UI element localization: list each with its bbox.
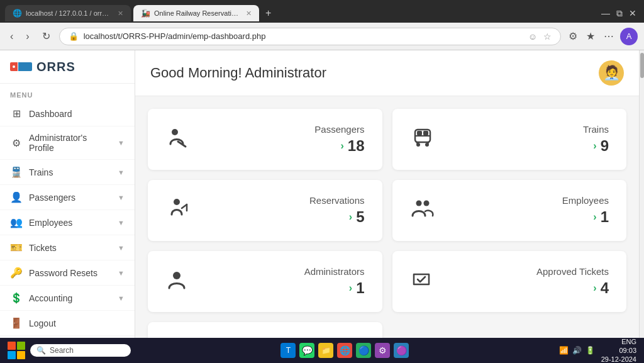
- sidebar-item-tickets[interactable]: 🎫 Tickets ▼: [0, 235, 135, 260]
- card-passengers[interactable]: Passengers › 18: [148, 109, 382, 170]
- tab2-close-icon[interactable]: ✕: [246, 9, 252, 18]
- sidebar-item-logout[interactable]: 🚪 Logout: [0, 311, 135, 336]
- logo-icon: [10, 59, 33, 74]
- taskbar-app-1[interactable]: T: [280, 343, 296, 358]
- more-button[interactable]: ⋯: [601, 28, 616, 45]
- administrators-card-icon: [165, 268, 188, 296]
- svg-point-13: [416, 200, 421, 206]
- taskbar-app-7[interactable]: 🟣: [394, 343, 409, 358]
- employees-svg-icon: [410, 196, 435, 221]
- employees-card-info: Employees › 1: [562, 195, 609, 226]
- sidebar-item-trains[interactable]: 🚆 Trains ▼: [0, 160, 135, 185]
- taskbar-sys-icons: 📶 🔊 🔋: [559, 346, 595, 355]
- browser-tab-2[interactable]: 🚂 Online Railway Reservation Syste... ✕: [133, 5, 259, 21]
- taskbar-app-6[interactable]: ⚙: [375, 343, 390, 358]
- card-trains[interactable]: Trains › 9: [392, 109, 627, 170]
- administrators-card-value: 1: [356, 279, 364, 297]
- sidebar-item-employees[interactable]: 👥 Employees ▼: [0, 210, 135, 235]
- admin-profile-icon: ⚙: [10, 137, 23, 149]
- password-resets-arrow-icon: ▼: [118, 269, 125, 277]
- logout-icon: 🚪: [10, 317, 23, 329]
- back-button[interactable]: ‹: [6, 28, 17, 45]
- employees-card-value: 1: [601, 208, 609, 226]
- address-bar[interactable]: 🔒 localhost/t/ORRS-PHP/admin/emp-dashboa…: [59, 28, 561, 45]
- taskbar-app-4[interactable]: 🌐: [337, 343, 352, 358]
- approved-tickets-card-icon: [410, 268, 433, 296]
- administrators-card-value-row: › 1: [304, 279, 365, 297]
- trains-icon: 🚆: [10, 166, 23, 178]
- forward-button[interactable]: ›: [22, 28, 33, 45]
- sidebar-item-dashboard[interactable]: ⊞ Dashboard: [0, 101, 135, 126]
- passengers-card-value: 18: [348, 137, 365, 155]
- nav-icons: ⚙ ★ ⋯ A: [566, 28, 638, 45]
- taskbar-app-2[interactable]: 💬: [299, 343, 314, 358]
- browser-chrome: 🌐 localhost / 127.0.0.1 / orrsphp / d ✕ …: [0, 0, 644, 50]
- admin-avatar: 🧑‍💼: [599, 60, 624, 86]
- start-sq-4: [17, 351, 25, 359]
- sidebar-item-accounting[interactable]: 💲 Accounting ▼: [0, 286, 135, 311]
- smiley-icon: ☺: [528, 31, 537, 42]
- sidebar-item-passengers-label: Passengers: [29, 193, 75, 203]
- restore-button[interactable]: ⧉: [616, 8, 623, 19]
- trains-card-icon: [410, 125, 435, 155]
- tab1-close-icon[interactable]: ✕: [118, 9, 123, 18]
- extensions-button[interactable]: ⚙: [566, 28, 580, 45]
- close-button[interactable]: ✕: [629, 8, 636, 18]
- card-reservations[interactable]: Reservations › 5: [148, 180, 382, 241]
- sidebar-item-password-resets[interactable]: 🔑 Password Resets ▼: [0, 260, 135, 286]
- start-sq-2: [17, 342, 25, 350]
- employees-chevron-icon: ›: [593, 211, 596, 223]
- reservations-card-value-row: › 5: [309, 208, 365, 226]
- cards-grid: Passengers › 18: [135, 96, 639, 338]
- taskbar-apps: T 💬 📁 🌐 🔵 ⚙ 🟣: [280, 343, 409, 358]
- ticket-svg-icon: [410, 268, 433, 291]
- sidebar-item-dashboard-label: Dashboard: [29, 109, 72, 119]
- reservations-card-icon: [165, 196, 191, 226]
- logo-text: ORRS: [36, 60, 75, 74]
- sidebar-item-password-resets-label: Password Resets: [29, 268, 97, 278]
- favorites-button[interactable]: ★: [584, 28, 597, 45]
- tickets-icon: 🎫: [10, 242, 23, 254]
- passengers-icon: 👤: [10, 191, 23, 203]
- new-tab-button[interactable]: +: [262, 6, 275, 20]
- volume-icon: 🔊: [572, 346, 582, 355]
- sidebar-item-trains-label: Trains: [29, 167, 53, 177]
- sidebar-item-accounting-label: Accounting: [29, 293, 72, 303]
- browser-tab-1[interactable]: 🌐 localhost / 127.0.0.1 / orrsphp / d ✕: [5, 5, 131, 21]
- taskbar-app-3[interactable]: 📁: [318, 343, 333, 358]
- start-button[interactable]: [8, 342, 25, 359]
- profile-button[interactable]: A: [620, 28, 638, 45]
- taskbar-search-box[interactable]: 🔍 Search: [30, 344, 131, 357]
- minimize-button[interactable]: —: [601, 8, 610, 18]
- refresh-button[interactable]: ↻: [38, 28, 54, 45]
- svg-rect-5: [423, 131, 428, 135]
- taskbar-search-text: Search: [50, 346, 74, 355]
- trains-card-info: Trains › 9: [583, 124, 609, 155]
- taskbar-app-5[interactable]: 🔵: [356, 343, 371, 358]
- sidebar-item-admin-profile-label: Administrator's Profile: [29, 133, 111, 153]
- approved-tickets-card-value: 4: [601, 279, 609, 297]
- tab2-favicon: 🚂: [141, 9, 150, 18]
- scrollbar[interactable]: [639, 50, 644, 338]
- taskbar-time-display: ENG 09:03 29-12-2024: [601, 337, 636, 363]
- passengers-card-value-row: › 18: [314, 137, 364, 155]
- bookmark-icon[interactable]: ☆: [543, 31, 552, 42]
- trains-card-value-row: › 9: [583, 137, 609, 155]
- sidebar-item-admin-profile[interactable]: ⚙ Administrator's Profile ▼: [0, 126, 135, 160]
- card-pending-tickets[interactable]: Pending Tickets › 1: [148, 322, 382, 338]
- card-administrators[interactable]: Administrators › 1: [148, 251, 382, 312]
- greeting-text: Good Morning! Administrator: [150, 65, 326, 81]
- card-approved-tickets[interactable]: Approved Tickets › 4: [392, 251, 627, 312]
- search-icon: 🔍: [36, 346, 46, 355]
- browser-navbar: ‹ › ↻ 🔒 localhost/t/ORRS-PHP/admin/emp-d…: [0, 23, 644, 50]
- address-text: localhost/t/ORRS-PHP/admin/emp-dashboard…: [84, 31, 523, 41]
- tab1-title: localhost / 127.0.0.1 / orrsphp / d: [26, 9, 111, 17]
- sidebar-item-passengers[interactable]: 👤 Passengers ▼: [0, 185, 135, 210]
- tickets-arrow-icon: ▼: [118, 244, 125, 252]
- approved-tickets-card-label: Approved Tickets: [536, 266, 609, 277]
- reservations-card-label: Reservations: [309, 195, 365, 206]
- scrollbar-thumb[interactable]: [640, 53, 644, 78]
- card-employees[interactable]: Employees › 1: [392, 180, 627, 241]
- battery-icon: 🔋: [586, 346, 595, 355]
- reservations-card-info: Reservations › 5: [309, 195, 365, 226]
